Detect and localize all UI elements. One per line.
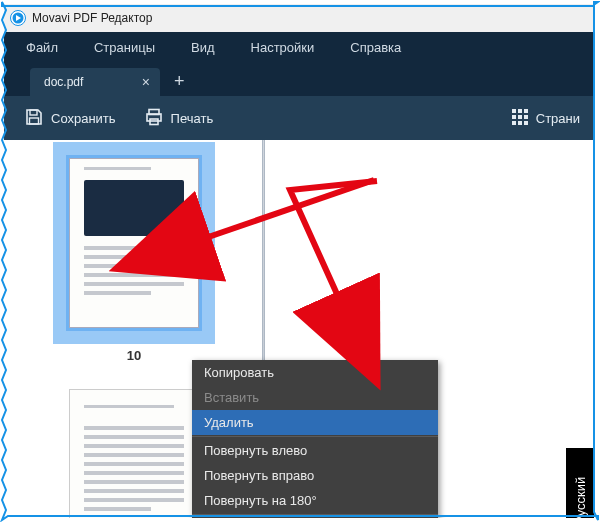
ctx-rotate-right[interactable]: Повернуть вправо (192, 463, 438, 488)
menu-file[interactable]: Файл (8, 34, 76, 61)
svg-rect-15 (518, 121, 522, 125)
save-icon (24, 107, 44, 130)
window-title: Movavi PDF Редактор (32, 11, 152, 25)
add-tab-button[interactable]: + (164, 68, 195, 96)
language-tab[interactable]: Русский (566, 448, 594, 518)
svg-rect-4 (30, 118, 39, 124)
tabbar: doc.pdf × + (4, 62, 594, 96)
page-thumbnail[interactable] (69, 389, 199, 518)
ctx-rotate-left[interactable]: Повернуть влево (192, 438, 438, 463)
svg-rect-12 (518, 115, 522, 119)
language-label: Русский (573, 477, 588, 518)
print-label: Печать (171, 111, 214, 126)
menu-view[interactable]: Вид (173, 34, 233, 61)
app-icon (10, 10, 26, 26)
tab-label: doc.pdf (44, 75, 83, 89)
toolbar: Сохранить Печать (4, 96, 594, 140)
svg-rect-16 (524, 121, 528, 125)
content-area: 10 « Копировать Вставить Удалить (4, 140, 594, 518)
menubar: Файл Страницы Вид Настройки Справка (4, 32, 594, 62)
save-label: Сохранить (51, 111, 116, 126)
svg-rect-14 (512, 121, 516, 125)
ctx-copy[interactable]: Копировать (192, 360, 438, 385)
svg-rect-8 (512, 109, 516, 113)
svg-rect-9 (518, 109, 522, 113)
close-icon[interactable]: × (142, 75, 150, 89)
context-menu: Копировать Вставить Удалить Повернуть вл… (192, 360, 438, 518)
ctx-separator (192, 514, 438, 515)
pages-view-button[interactable]: Страни (501, 102, 590, 135)
svg-rect-10 (524, 109, 528, 113)
print-button[interactable]: Печать (134, 101, 224, 136)
svg-rect-13 (524, 115, 528, 119)
pages-label: Страни (536, 111, 580, 126)
menu-help[interactable]: Справка (332, 34, 419, 61)
svg-rect-11 (512, 115, 516, 119)
ctx-paste: Вставить (192, 385, 438, 410)
ctx-delete[interactable]: Удалить (192, 410, 438, 435)
print-icon (144, 107, 164, 130)
menu-pages[interactable]: Страницы (76, 34, 173, 61)
ctx-separator (192, 436, 438, 437)
grid-icon (511, 108, 529, 129)
ctx-rotate-180[interactable]: Повернуть на 180° (192, 488, 438, 513)
ctx-save-pdf[interactable]: Сохранить в PDF (192, 516, 438, 518)
titlebar: Movavi PDF Редактор (4, 4, 594, 32)
menu-settings[interactable]: Настройки (233, 34, 333, 61)
page-thumbnail-selected[interactable] (53, 158, 215, 328)
save-button[interactable]: Сохранить (14, 101, 126, 136)
document-tab[interactable]: doc.pdf × (30, 68, 160, 96)
